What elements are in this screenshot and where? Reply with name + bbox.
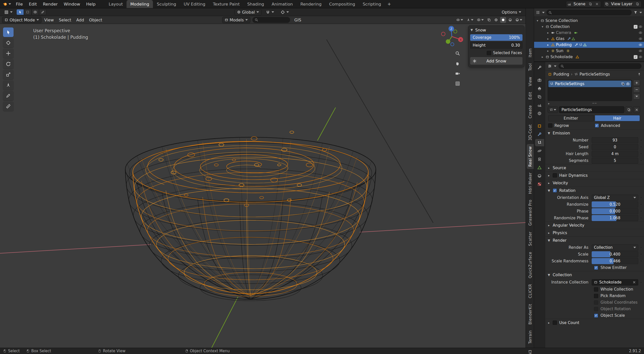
gizmos-dropdown[interactable] — [465, 17, 475, 23]
shading-rendered-button[interactable] — [514, 17, 524, 23]
menu-edit[interactable]: Edit — [26, 1, 40, 7]
workspace-tab-compositing[interactable]: Compositing — [325, 0, 359, 8]
render-toggle-icon[interactable] — [626, 82, 630, 86]
collapse-triangle-icon[interactable]: ▼ — [470, 28, 473, 32]
workspace-tab-sculpting[interactable]: Sculpting — [153, 0, 180, 8]
modifier-icon[interactable] — [567, 37, 571, 41]
outliner-row-collection[interactable]: ▾ Collection ✓ — [534, 24, 644, 30]
hide-eye-icon[interactable] — [639, 55, 642, 59]
transform-orientation-dropdown[interactable]: Global — [234, 9, 261, 15]
workspace-tab-layout[interactable]: Layout — [105, 0, 127, 8]
properties-tab-output[interactable] — [535, 85, 544, 92]
properties-tab-world[interactable] — [535, 110, 544, 117]
chevron-down-icon[interactable] — [554, 65, 556, 67]
use-count-checkbox[interactable] — [553, 321, 557, 325]
disclosure-icon[interactable]: ▸ — [546, 43, 550, 47]
sidebar-tab-tool[interactable]: Tool — [527, 61, 534, 73]
animate-dot[interactable] — [640, 246, 642, 248]
section-render[interactable]: ▼Render — [545, 236, 644, 244]
tool-select-box[interactable] — [3, 27, 14, 37]
add-particle-system-button[interactable] — [633, 80, 640, 86]
tool-move[interactable] — [3, 49, 14, 58]
properties-tab-view-layer[interactable] — [535, 93, 544, 100]
properties-tab-texture[interactable] — [535, 181, 544, 188]
collection-exclude-checkbox[interactable]: ✓ — [634, 25, 637, 29]
shading-material-button[interactable] — [507, 17, 513, 23]
disclosure-icon[interactable]: ▾ — [536, 19, 539, 22]
navigation-gizmo[interactable]: Z X — [440, 24, 464, 49]
tool-measure[interactable] — [3, 101, 14, 111]
regrow-checkbox[interactable] — [548, 123, 552, 128]
animate-dot[interactable] — [640, 253, 642, 255]
outliner-row-schokolade[interactable]: ▸ Schokolade ✓ — [534, 54, 644, 60]
select-mode-lasso[interactable] — [39, 9, 47, 15]
shading-wireframe-button[interactable] — [493, 17, 499, 23]
modifier-icon[interactable] — [575, 43, 578, 47]
properties-tab-tool[interactable] — [535, 64, 544, 71]
global-coordinates-checkbox[interactable] — [594, 300, 598, 305]
emitter-button[interactable]: Emitter — [548, 115, 594, 121]
section-physics[interactable]: ▸Physics — [545, 229, 644, 236]
object-scale-checkbox[interactable] — [594, 313, 598, 318]
sidebar-tab-clickr[interactable]: CLICKR — [527, 282, 534, 300]
hide-eye-icon[interactable] — [639, 31, 642, 34]
section-velocity[interactable]: ▸Velocity — [545, 179, 644, 187]
hide-eye-icon[interactable] — [639, 37, 642, 41]
workspace-tab-shading[interactable]: Shading — [244, 0, 268, 8]
breadcrumb-object[interactable]: Pudding — [553, 72, 569, 77]
workspace-tab-texture-paint[interactable]: Texture Paint — [209, 0, 243, 8]
sidebar-tab-quickzurface[interactable]: QuickZurface — [527, 250, 534, 280]
animate-dot[interactable] — [640, 210, 642, 212]
whole-collection-checkbox[interactable] — [594, 287, 598, 292]
number-field[interactable]: 93 — [592, 137, 638, 143]
object-visibility-dropdown[interactable] — [455, 17, 464, 23]
zoom-icon[interactable] — [454, 50, 461, 57]
pick-random-checkbox[interactable] — [594, 294, 598, 298]
animate-dot[interactable] — [640, 160, 642, 161]
section-source[interactable]: ▸Source — [545, 164, 644, 171]
snap-toggle[interactable] — [263, 9, 276, 15]
particles-icon[interactable] — [579, 43, 582, 47]
scene-selector[interactable]: Scene — [566, 1, 601, 7]
disclosure-icon[interactable]: ▸ — [546, 31, 550, 34]
tool-cursor[interactable] — [3, 38, 14, 48]
tool-annotate[interactable] — [3, 91, 14, 100]
new-view-layer-button[interactable] — [635, 2, 640, 7]
hair-button[interactable]: Hair — [595, 115, 640, 121]
settings-name-field[interactable]: ParticleSettings — [559, 106, 624, 113]
unlink-settings-button[interactable] — [633, 106, 640, 113]
disclosure-icon[interactable]: ▾ — [541, 25, 544, 28]
menu-help[interactable]: Help — [83, 1, 98, 7]
gizmo-x-label[interactable]: X — [460, 38, 462, 42]
outliner-row-sun[interactable]: ▸ Sun — [534, 48, 644, 54]
add-snow-button[interactable]: Add Snow — [470, 57, 522, 65]
properties-search-input[interactable] — [566, 64, 639, 68]
proportional-editing-toggle[interactable] — [278, 9, 291, 15]
new-settings-button[interactable] — [625, 106, 632, 113]
camera-view-icon[interactable] — [454, 70, 461, 77]
gis-menu[interactable]: GIS — [292, 17, 303, 23]
seed-field[interactable]: 0 — [592, 144, 638, 150]
menu-select[interactable]: Select — [57, 17, 73, 23]
select-mode-tweak[interactable] — [16, 9, 24, 15]
sidebar-tab-edit[interactable]: Edit — [527, 90, 534, 102]
new-scene-button[interactable] — [588, 2, 593, 7]
chevron-down-icon[interactable] — [542, 12, 545, 13]
xray-toggle[interactable] — [486, 17, 492, 23]
properties-tab-object-data[interactable] — [535, 164, 544, 171]
blender-logo-icon[interactable] — [3, 2, 11, 7]
properties-tab-material[interactable] — [535, 172, 544, 180]
hide-eye-icon[interactable] — [639, 25, 642, 28]
select-mode-box[interactable] — [24, 9, 31, 15]
editor-type-button[interactable] — [2, 9, 15, 15]
outliner-row-pudding[interactable]: ▸ Pudding — [534, 42, 644, 48]
clear-icon[interactable] — [632, 280, 636, 284]
asset-search-input[interactable] — [260, 18, 288, 22]
shading-solid-button[interactable] — [500, 17, 506, 23]
tool-scale[interactable] — [3, 70, 14, 79]
sidebar-tab-view[interactable]: View — [527, 75, 534, 88]
asset-search-field[interactable] — [252, 17, 290, 23]
workspace-tab-animation[interactable]: Animation — [268, 0, 297, 8]
section-collection[interactable]: ▼Collection — [545, 271, 644, 278]
segments-field[interactable]: 5 — [592, 158, 638, 164]
